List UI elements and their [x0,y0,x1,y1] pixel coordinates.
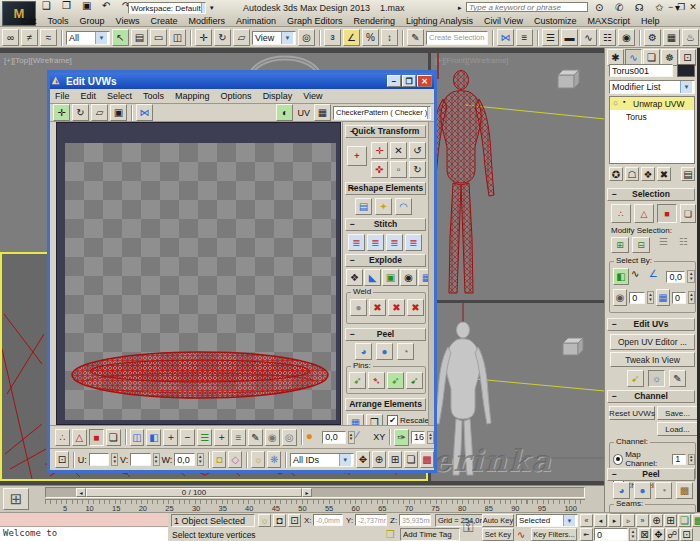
map-channel-radio[interactable] [613,454,623,465]
bind-to-spacewarp-icon[interactable] [40,29,57,46]
edit-uvws-dialog[interactable]: Edit UVWs − ❐ ✕ FileEditSelectToolsMappi… [47,70,437,473]
stitch-to-average-icon[interactable] [405,234,422,251]
uv-select-ring-icon[interactable] [231,429,246,446]
u-field[interactable] [89,453,109,466]
uv-select-column-icon[interactable] [146,429,161,446]
qt-rotate-90-icon[interactable] [409,142,426,159]
select-ring-icon[interactable] [659,236,676,253]
zoom-to-gizmo-icon[interactable] [420,451,434,468]
modifier-list-dropdown[interactable]: Modifier List▼ [609,80,695,94]
configure-stack-icon[interactable] [681,167,695,181]
explode-smoothing-icon[interactable] [400,269,417,286]
select-by-angle-icon[interactable] [649,268,665,285]
dialog-menu-item[interactable]: Select [106,91,133,101]
visibility-bulb-icon[interactable] [612,98,621,109]
nav-zoom-icon[interactable] [650,514,663,527]
planar-angle-spinner[interactable] [687,270,695,283]
z-field[interactable]: 35,935mm [399,514,431,526]
rollout-peel[interactable]: Peel [345,328,426,341]
isolate-selection-icon[interactable] [258,514,271,527]
weld-selected-icon[interactable] [350,299,367,316]
map-channel-field[interactable]: 1 [672,454,685,465]
dialog-minimize-button[interactable]: − [387,75,401,87]
brush-size-spinner[interactable] [427,431,434,444]
sel-polygon-button[interactable]: ■ [657,204,677,223]
render-setup-icon[interactable] [644,29,661,46]
filter-faces-icon[interactable] [228,451,242,468]
time-slider-prev-arrow[interactable]: ◂ [76,488,86,497]
go-to-start-button[interactable]: « [580,514,593,527]
workspace-flyout-icon[interactable]: ▾ [210,4,214,12]
smoothing-spinner[interactable] [647,291,654,304]
qt-rotate-ccw-icon[interactable] [390,142,407,159]
menu-item[interactable]: Views [115,16,141,26]
peel-quick-icon[interactable] [355,343,372,360]
select-object-icon[interactable] [112,29,129,46]
set-key-button[interactable]: Set Key [482,528,514,541]
uv-preview-icon[interactable] [648,370,665,387]
x-field[interactable]: -0,0mm [313,514,343,526]
rollout-reshape[interactable]: Reshape Elements [345,182,426,195]
rollout-channel[interactable]: Channel [607,390,695,403]
side-panel-scrollbar[interactable] [428,122,434,425]
frame-spinner[interactable] [629,528,637,541]
panel-peel-mode-icon[interactable] [634,482,651,499]
menu-item[interactable]: Group [79,16,106,26]
qt-align-el-icon[interactable] [390,161,407,178]
select-and-move-icon[interactable] [195,29,212,46]
pin-stack-icon[interactable] [609,167,623,181]
object-name-field[interactable]: Torus001 [609,64,673,77]
rollout-arrange[interactable]: Arrange Elements [345,398,426,411]
rollout-stitch[interactable]: Stitch [345,218,426,231]
uv-select-row-icon[interactable] [130,429,145,446]
next-frame-button[interactable]: ▹ [622,514,635,527]
tweak-in-view-button[interactable]: Tweak In View [610,352,695,367]
selection-filter-dropdown[interactable]: All▼ [66,31,110,45]
select-and-rotate-icon[interactable] [214,29,231,46]
render-production-icon[interactable] [682,29,699,46]
uv-freeform-icon[interactable] [110,104,127,121]
menu-item[interactable]: Civil View [483,16,524,26]
menu-item[interactable]: Create [149,16,178,26]
uv-scale-icon[interactable] [91,104,108,121]
nav-zoom-extents-all-icon[interactable] [692,514,700,527]
stitch-custom-icon[interactable] [348,234,365,251]
menu-item[interactable]: Help [640,16,661,26]
unpin-selected-icon[interactable] [406,372,423,389]
menu-item[interactable]: Edit [20,16,38,26]
rearrange-icon[interactable] [366,414,383,425]
uv-falloff-space-icon[interactable] [282,429,297,446]
dialog-title-bar[interactable]: Edit UVWs − ❐ ✕ [50,73,434,89]
absolute-mode-icon[interactable] [288,514,301,527]
menu-item[interactable]: MAXScript [586,16,631,26]
mirror-icon[interactable] [497,29,514,46]
load-uvws-button[interactable]: Load... [657,422,698,436]
select-by-matid-icon[interactable] [656,289,670,306]
schematic-view-icon[interactable] [599,29,616,46]
set-keys-key-icon[interactable] [463,519,479,535]
matid-spinner[interactable] [688,291,695,304]
infocenter-collapse-icon[interactable]: ▸ [458,4,462,12]
nav-zoom-extents-icon[interactable] [678,514,691,527]
previous-frame-button[interactable]: ◂ [594,514,607,527]
uv-element-icon[interactable] [106,429,121,446]
sel-vertex-button[interactable]: ∴ [611,204,631,223]
window-crossing-icon[interactable] [169,29,186,46]
absolute-offset-icon[interactable] [55,451,69,468]
current-frame-field[interactable]: 0 [594,528,628,541]
dialog-close-button[interactable]: ✕ [417,75,432,87]
menu-item[interactable]: Rendering [353,16,397,26]
brush-size-field[interactable]: 16 [411,431,425,444]
planar-angle-field[interactable]: 0,0 [666,271,685,283]
uv-canvas[interactable] [56,122,341,425]
reshape-relax-icon[interactable] [375,198,392,215]
remove-modifier-icon[interactable] [657,167,671,181]
lock-selection-icon[interactable] [212,451,226,468]
key-mode-dropdown[interactable]: Selected▼ [516,514,578,527]
qt-move-h-icon[interactable] [371,142,388,159]
uv-soft-selection-icon[interactable] [265,429,280,446]
viewport-layout-icon[interactable] [3,488,29,510]
reshape-arch-icon[interactable] [395,198,412,215]
workspace-dropdown[interactable]: Workspace: Default ▼ [128,2,206,14]
uv-rotate-icon[interactable] [72,104,89,121]
